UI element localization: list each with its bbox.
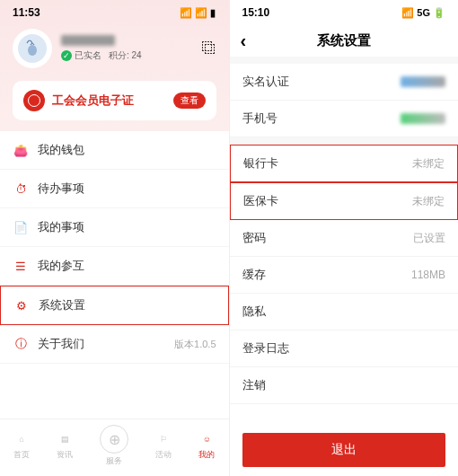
settings-row-6[interactable]: 隐私 [230, 294, 459, 331]
menu-label: 系统设置 [39, 297, 207, 313]
union-card-title: 工会会员电子证 [52, 93, 134, 109]
settings-row-5[interactable]: 缓存118MB [230, 257, 459, 294]
status-bar: 11:53 📶 📶 ▮ [0, 0, 229, 25]
tab-3[interactable]: ⚐活动 [155, 431, 172, 461]
deer-icon [18, 34, 47, 63]
settings-row-3[interactable]: 医保卡未绑定 [230, 182, 459, 220]
username-blurred [61, 35, 115, 46]
menu-label: 我的事项 [38, 219, 207, 235]
union-card[interactable]: 工会会员电子证 查看 [13, 81, 216, 120]
menu-icon: ⚙ [13, 297, 30, 313]
menu-icon: 👛 [13, 142, 29, 158]
center-icon: ⊕ [100, 425, 128, 454]
menu-item-2[interactable]: 📄 我的事项 [0, 208, 229, 247]
settings-row-0[interactable]: 实名认证 [230, 64, 459, 101]
tab-icon: ⌂ [13, 431, 30, 447]
menu-item-5[interactable]: ⓘ 关于我们 版本1.0.5 [0, 325, 229, 364]
verified-label: 已实名 [75, 49, 101, 62]
row-value: 未绑定 [412, 194, 445, 209]
row-label: 密码 [242, 230, 266, 246]
tab-label: 资讯 [57, 449, 73, 461]
row-label: 实名认证 [242, 74, 289, 90]
menu-value: 版本1.0.5 [174, 338, 216, 351]
section-gap [230, 137, 459, 145]
phone-my-page: 11:53 📶 📶 ▮ ✓ 已实名 积分: 24 [0, 0, 230, 476]
menu-item-4[interactable]: ⚙ 系统设置 [0, 286, 229, 325]
points-label: 积分: 24 [109, 49, 142, 62]
row-label: 缓存 [242, 267, 266, 283]
svg-point-1 [28, 45, 37, 56]
menu-label: 我的参互 [38, 258, 207, 274]
row-label: 手机号 [242, 110, 277, 127]
menu-icon: ⏱ [13, 181, 29, 197]
tab-label: 活动 [155, 449, 172, 461]
menu-item-3[interactable]: ☰ 我的参互 [0, 247, 229, 286]
tab-label: 服务 [106, 455, 122, 467]
settings-row-7[interactable]: 登录日志 [230, 331, 459, 367]
row-label: 隐私 [242, 304, 266, 320]
phone-settings: 15:10 📶 5G 🔋 ‹ 系统设置 实名认证手机号银行卡未绑定医保卡未绑定密… [230, 0, 459, 476]
status-bar: 15:10 📶 5G 🔋 [230, 0, 459, 25]
tab-label: 我的 [198, 449, 215, 461]
status-icons: 📶 📶 ▮ [180, 7, 216, 19]
settings-row-8[interactable]: 注销 [230, 367, 459, 404]
tab-1[interactable]: ▤资讯 [57, 431, 73, 461]
row-value: 未绑定 [412, 156, 445, 172]
tab-center[interactable]: ⊕服务 [100, 425, 128, 467]
menu-label: 关于我们 [38, 336, 165, 352]
row-value: 118MB [411, 269, 445, 281]
tab-icon: ⚐ [155, 431, 172, 447]
status-time: 11:53 [13, 6, 40, 19]
avatar[interactable] [13, 29, 52, 68]
settings-row-1[interactable]: 手机号 [230, 101, 459, 137]
settings-row-4[interactable]: 密码已设置 [230, 220, 459, 257]
menu-item-1[interactable]: ⏱ 待办事项 [0, 170, 229, 208]
row-label: 注销 [242, 377, 266, 393]
verified-badge: ✓ 已实名 [61, 49, 101, 62]
status-time: 15:10 [242, 6, 270, 19]
row-value: 已设置 [413, 231, 445, 246]
row-label: 登录日志 [242, 340, 289, 357]
view-button[interactable]: 查看 [173, 93, 206, 109]
menu-icon: ⓘ [13, 336, 29, 352]
menu-icon: ☰ [13, 258, 29, 274]
status-icons: 📶 5G 🔋 [401, 7, 445, 19]
tab-label: 首页 [13, 449, 30, 461]
value-blurred [401, 76, 445, 87]
settings-list: 实名认证手机号银行卡未绑定医保卡未绑定密码已设置缓存118MB隐私登录日志注销 [230, 64, 459, 424]
row-label: 银行卡 [243, 155, 278, 172]
section-gap [230, 57, 459, 64]
menu-list: 👛 我的钱包 ⏱ 待办事项 📄 我的事项 ☰ 我的参互 ⚙ 系统设置 ⓘ 关于我… [0, 131, 229, 419]
tab-bar: ⌂首页▤资讯⊕服务⚐活动☺我的 [0, 419, 229, 476]
union-icon [23, 90, 45, 111]
tab-icon: ▤ [57, 431, 73, 447]
logout-button[interactable]: 退出 [242, 433, 446, 467]
scan-icon[interactable]: ⿻ [202, 40, 216, 57]
menu-icon: 📄 [13, 219, 29, 235]
tab-0[interactable]: ⌂首页 [13, 431, 30, 461]
check-icon: ✓ [61, 50, 72, 61]
tab-icon: ☺ [198, 431, 215, 447]
menu-item-0[interactable]: 👛 我的钱包 [0, 131, 229, 170]
settings-row-2[interactable]: 银行卡未绑定 [230, 145, 459, 182]
row-label: 医保卡 [243, 193, 278, 209]
page-title: 系统设置 [241, 32, 448, 49]
nav-header: ‹ 系统设置 [230, 25, 459, 57]
tab-4[interactable]: ☺我的 [198, 431, 215, 461]
menu-label: 我的钱包 [38, 142, 207, 158]
menu-label: 待办事项 [38, 181, 207, 197]
value-blurred [401, 113, 445, 124]
